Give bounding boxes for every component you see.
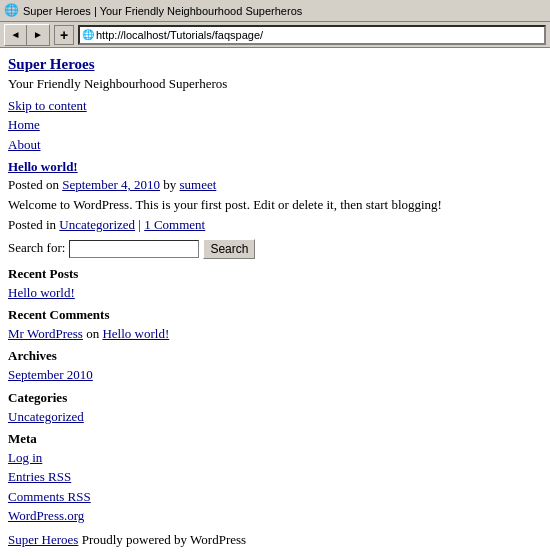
by-label: by [160, 177, 180, 192]
post-category-link[interactable]: Uncategorized [59, 217, 135, 232]
footer-site-link[interactable]: Super Heroes [8, 532, 78, 547]
post-footer: Posted in Uncategorized | 1 Comment [8, 216, 542, 234]
meta-section: Meta Log in Entries RSS Comments RSS Wor… [8, 430, 542, 525]
categories-heading: Categories [8, 389, 542, 407]
search-input[interactable] [69, 240, 199, 258]
post-content: Welcome to WordPress. This is your first… [8, 196, 542, 214]
address-text: http://localhost/Tutorials/faqspage/ [96, 29, 542, 41]
posted-on-label: Posted on [8, 177, 62, 192]
browser-icon: 🌐 [4, 3, 19, 18]
home-nav-link[interactable]: Home [8, 116, 542, 134]
footer-powered-label: Proudly powered by WordPress [78, 532, 246, 547]
search-label: Search for: [8, 239, 65, 257]
post-date-link[interactable]: September 4, 2010 [62, 177, 160, 192]
recent-posts-heading: Recent Posts [8, 265, 542, 283]
footer-bar: Super Heroes Proudly powered by WordPres… [8, 531, 542, 549]
post-title-link[interactable]: Hello world! [8, 158, 542, 176]
post-separator: | [135, 217, 144, 232]
search-row: Search for: Search [8, 239, 542, 259]
archives-heading: Archives [8, 347, 542, 365]
archives-section: Archives September 2010 [8, 347, 542, 384]
back-button[interactable]: ◄ [5, 25, 27, 45]
browser-title: Super Heroes | Your Friendly Neighbourho… [23, 5, 302, 17]
page-content: Super Heroes Your Friendly Neighbourhood… [0, 48, 550, 555]
category-uncategorized[interactable]: Uncategorized [8, 408, 542, 426]
address-icon: 🌐 [82, 29, 94, 40]
address-bar: 🌐 http://localhost/Tutorials/faqspage/ [78, 25, 546, 45]
meta-comments-rss[interactable]: Comments RSS [8, 488, 542, 506]
browser-toolbar: ◄ ► + 🌐 http://localhost/Tutorials/faqsp… [0, 22, 550, 48]
recent-post-hello-world[interactable]: Hello world! [8, 284, 542, 302]
archive-sep-2010[interactable]: September 2010 [8, 366, 542, 384]
meta-heading: Meta [8, 430, 542, 448]
skip-to-content-link[interactable]: Skip to content [8, 97, 542, 115]
site-tagline: Your Friendly Neighbourhood Superheros [8, 75, 542, 93]
nav-button-group: ◄ ► [4, 24, 50, 46]
post-meta: Posted on September 4, 2010 by sumeet [8, 176, 542, 194]
comment-on-label: on [83, 326, 103, 341]
meta-log-in[interactable]: Log in [8, 449, 542, 467]
recent-posts-section: Recent Posts Hello world! [8, 265, 542, 302]
add-tab-button[interactable]: + [54, 25, 74, 45]
search-button[interactable]: Search [203, 239, 255, 259]
site-title-link[interactable]: Super Heroes [8, 56, 95, 72]
about-nav-link[interactable]: About [8, 136, 542, 154]
meta-entries-rss[interactable]: Entries RSS [8, 468, 542, 486]
comment-author-link[interactable]: Mr WordPress [8, 326, 83, 341]
recent-comment-item: Mr WordPress on Hello world! [8, 325, 542, 343]
posted-in-label: Posted in [8, 217, 59, 232]
recent-comments-section: Recent Comments Mr WordPress on Hello wo… [8, 306, 542, 343]
post-author-link[interactable]: sumeet [180, 177, 217, 192]
categories-section: Categories Uncategorized [8, 389, 542, 426]
comment-post-link[interactable]: Hello world! [102, 326, 169, 341]
meta-wordpress-org[interactable]: WordPress.org [8, 507, 542, 525]
forward-button[interactable]: ► [27, 25, 49, 45]
post-comment-link[interactable]: 1 Comment [144, 217, 205, 232]
recent-comments-heading: Recent Comments [8, 306, 542, 324]
browser-titlebar: 🌐 Super Heroes | Your Friendly Neighbour… [0, 0, 550, 22]
